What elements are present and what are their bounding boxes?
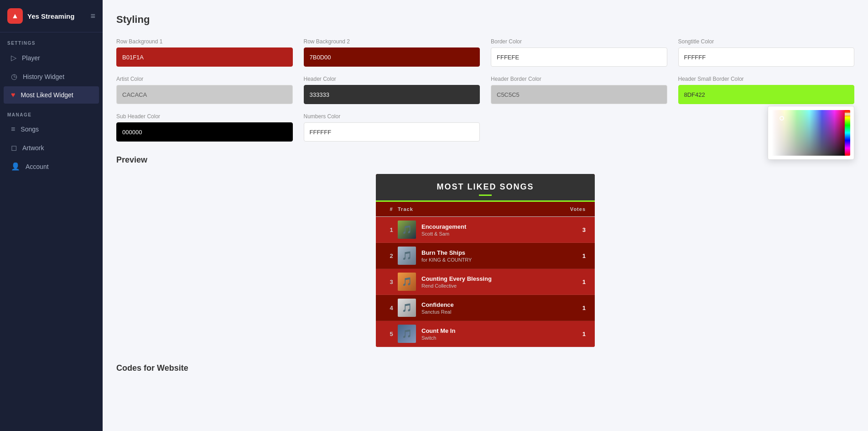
row-bg-2-swatch[interactable]: 7B0D00	[304, 47, 480, 67]
sidebar-item-history-widget[interactable]: ◷ History Widget	[4, 68, 99, 85]
sidebar-section-manage: MANAGE	[0, 104, 103, 120]
sidebar-header: ▲ Yes Streaming ≡	[0, 0, 103, 32]
song-num-2: 2	[385, 252, 398, 259]
color-picker-gradient[interactable]	[772, 110, 847, 156]
preview-widget: MOST LIKED SONGS # Track Votes 1 🎵 Encou…	[376, 174, 595, 347]
sidebar-item-player-label: Player	[22, 54, 40, 62]
song-artist-3: Rend Collective	[421, 283, 558, 289]
song-row-4: 4 🎵 Confidence Sanctus Real 1	[376, 295, 595, 321]
color-picker-popup	[768, 104, 854, 160]
sidebar-logo-icon: ▲	[7, 8, 23, 24]
sub-header-color-label: Sub Header Color	[116, 113, 293, 120]
song-title-2: Burn The Ships	[421, 249, 558, 256]
artist-color-swatch[interactable]: CACACA	[116, 85, 293, 104]
color-field-header-border-color: Header Border Color C5C5C5	[491, 76, 667, 104]
color-field-row-bg-1: Row Background 1 B01F1A	[116, 38, 293, 67]
song-info-3: Counting Every Blessing Rend Collective	[421, 275, 558, 289]
song-art-4: 🎵	[398, 299, 416, 317]
main-content: Styling Row Background 1 B01F1A Row Back…	[103, 0, 868, 431]
color-picker-crosshair	[780, 116, 784, 121]
widget-header: MOST LIKED SONGS	[376, 174, 595, 202]
song-votes-4: 1	[558, 305, 586, 311]
song-title-1: Encouragement	[421, 223, 558, 230]
color-field-header-small-border-color: Header Small Border Color 8DF422	[678, 76, 855, 104]
sidebar-item-most-liked-widget[interactable]: ♥ Most Liked Widget	[4, 86, 99, 104]
song-artist-5: Switch	[421, 335, 558, 341]
song-num-4: 4	[385, 305, 398, 311]
col-track-header: Track	[398, 206, 558, 212]
sidebar-item-account[interactable]: 👤 Account	[4, 158, 99, 175]
header-small-border-color-swatch[interactable]: 8DF422	[678, 85, 855, 104]
sub-header-color-swatch[interactable]: 000000	[116, 122, 293, 142]
sidebar-item-account-label: Account	[26, 163, 49, 170]
widget-header-underline	[479, 194, 492, 196]
preview-label: Preview	[116, 155, 854, 165]
col-num-header: #	[385, 206, 398, 212]
songs-icon: ≡	[11, 125, 15, 133]
song-artist-4: Sanctus Real	[421, 309, 558, 315]
songtitle-color-label: Songtitle Color	[678, 38, 855, 45]
song-num-5: 5	[385, 331, 398, 337]
color-picker-hue-thumb	[845, 113, 850, 116]
song-info-5: Count Me In Switch	[421, 327, 558, 341]
song-art-3: 🎵	[398, 273, 416, 291]
sidebar-menu-icon[interactable]: ≡	[90, 11, 95, 21]
color-field-border-color: Border Color FFFEFE	[491, 38, 667, 67]
sidebar: ▲ Yes Streaming ≡ SETTINGS ▷ Player ◷ Hi…	[0, 0, 103, 431]
row-bg-2-label: Row Background 2	[304, 38, 480, 45]
header-border-color-swatch[interactable]: C5C5C5	[491, 85, 667, 104]
page-title: Styling	[116, 14, 854, 26]
sidebar-item-artwork-label: Artwork	[22, 144, 44, 152]
widget-columns: # Track Votes	[376, 202, 595, 217]
song-title-5: Count Me In	[421, 327, 558, 334]
color-field-row-bg-2: Row Background 2 7B0D00	[304, 38, 480, 67]
color-field-header-color: Header Color 333333	[304, 76, 480, 104]
header-small-border-color-label: Header Small Border Color	[678, 76, 855, 82]
header-color-swatch[interactable]: 333333	[304, 85, 480, 104]
border-color-label: Border Color	[491, 38, 667, 45]
song-info-1: Encouragement Scott & Sam	[421, 223, 558, 237]
artist-color-label: Artist Color	[116, 76, 293, 82]
song-row-5: 5 🎵 Count Me In Switch 1	[376, 321, 595, 347]
sidebar-item-songs-label: Songs	[21, 126, 39, 133]
color-fields-grid: Row Background 1 B01F1A Row Background 2…	[116, 38, 854, 142]
song-art-2: 🎵	[398, 247, 416, 265]
color-field-artist-color: Artist Color CACACA	[116, 76, 293, 104]
song-art-1: 🎵	[398, 221, 416, 239]
song-row-1: 1 🎵 Encouragement Scott & Sam 3	[376, 217, 595, 243]
song-votes-1: 3	[558, 226, 586, 233]
row-bg-1-swatch[interactable]: B01F1A	[116, 47, 293, 67]
song-num-3: 3	[385, 279, 398, 285]
song-row-3: 3 🎵 Counting Every Blessing Rend Collect…	[376, 269, 595, 295]
col-votes-header: Votes	[558, 206, 586, 212]
player-icon: ▷	[11, 53, 16, 62]
numbers-color-swatch[interactable]: FFFFFF	[304, 122, 480, 142]
artwork-icon: ◻	[11, 143, 17, 152]
account-icon: 👤	[11, 162, 20, 171]
header-border-color-label: Header Border Color	[491, 76, 667, 82]
widget-header-title: MOST LIKED SONGS	[385, 182, 586, 192]
song-info-2: Burn The Ships for KING & COUNTRY	[421, 249, 558, 263]
song-artist-1: Scott & Sam	[421, 231, 558, 237]
color-field-sub-header-color: Sub Header Color 000000	[116, 113, 293, 142]
song-votes-2: 1	[558, 252, 586, 259]
song-row-2: 2 🎵 Burn The Ships for KING & COUNTRY 1	[376, 243, 595, 269]
sidebar-item-songs[interactable]: ≡ Songs	[4, 121, 99, 138]
sidebar-item-artwork[interactable]: ◻ Artwork	[4, 139, 99, 157]
sidebar-title: Yes Streaming	[27, 12, 74, 20]
songtitle-color-swatch[interactable]: FFFFFF	[678, 47, 855, 67]
color-picker-hue-slider[interactable]	[845, 110, 850, 156]
sidebar-item-most-liked-label: Most Liked Widget	[21, 91, 73, 99]
song-artist-2: for KING & COUNTRY	[421, 257, 558, 263]
sidebar-item-player[interactable]: ▷ Player	[4, 49, 99, 67]
history-icon: ◷	[11, 72, 17, 81]
border-color-swatch[interactable]: FFFEFE	[491, 47, 667, 67]
color-field-songtitle-color: Songtitle Color FFFFFF	[678, 38, 855, 67]
song-info-4: Confidence Sanctus Real	[421, 301, 558, 315]
numbers-color-label: Numbers Color	[304, 113, 480, 120]
song-votes-3: 1	[558, 279, 586, 285]
heart-icon: ♥	[11, 91, 16, 99]
empty-cell-1	[491, 113, 667, 142]
song-num-1: 1	[385, 226, 398, 233]
song-title-4: Confidence	[421, 301, 558, 308]
